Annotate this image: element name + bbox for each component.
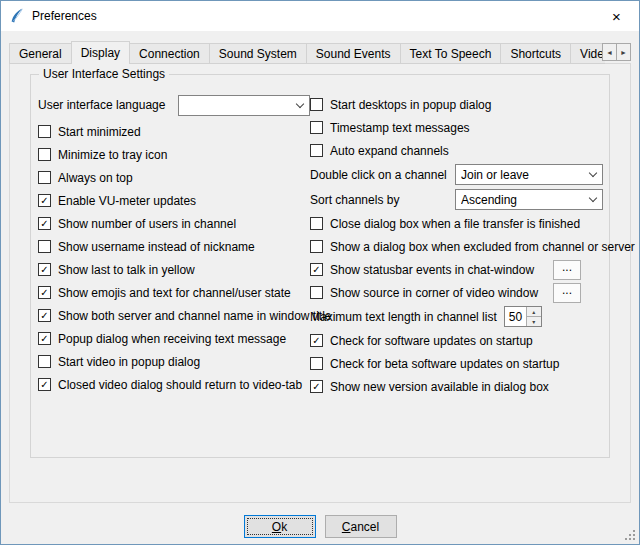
checkbox-checked[interactable]: ✓	[310, 263, 323, 276]
checkbox-row-show-number-of-users-in-channel[interactable]: ✓Show number of users in channel	[38, 212, 310, 235]
checkbox-checked[interactable]: ✓	[38, 263, 51, 276]
checkbox-checked[interactable]: ✓	[38, 332, 51, 345]
checkbox-label: Closed video dialog should return to vid…	[58, 378, 302, 392]
checkbox-label: Show last to talk in yellow	[58, 263, 195, 277]
tab-connection[interactable]: Connection	[129, 43, 210, 64]
language-label: User interface language	[38, 98, 178, 112]
tab-shortcuts[interactable]: Shortcuts	[500, 43, 571, 64]
checkbox-row-show-source-in-corner-of-video-window[interactable]: Show source in corner of video window...	[310, 281, 603, 304]
checkbox-row-close-dialog-box-when-a-file-transfer-is-finished[interactable]: Close dialog box when a file transfer is…	[310, 212, 603, 235]
ui-settings-group: User Interface Settings User interface l…	[30, 74, 610, 458]
app-icon	[9, 8, 25, 24]
checkbox-label: Show number of users in channel	[58, 217, 236, 231]
window-title: Preferences	[32, 9, 97, 23]
checkbox-row-start-minimized[interactable]: Start minimized	[38, 120, 310, 143]
ok-button[interactable]: Ok	[244, 515, 316, 538]
checkbox-row-closed-video-dialog-should-return-to-video-tab[interactable]: ✓Closed video dialog should return to vi…	[38, 373, 310, 396]
tab-video[interactable]: Video	[570, 43, 605, 64]
sort-channels-select-value: Ascending	[461, 193, 517, 207]
dialog-body: GeneralDisplayConnectionSound SystemSoun…	[1, 31, 639, 544]
tab-scroll-control: ◄ ►	[602, 43, 631, 61]
checkbox-row-timestamp-text-messages[interactable]: Timestamp text messages	[310, 116, 603, 139]
tab-label: Sound Events	[316, 47, 391, 61]
checkbox-checked[interactable]: ✓	[38, 378, 51, 391]
checkbox-unchecked[interactable]	[310, 121, 323, 134]
tab-general[interactable]: General	[9, 43, 72, 64]
checkbox-row-check-for-software-updates-on-startup[interactable]: ✓Check for software updates on startup	[310, 329, 603, 352]
checkbox-unchecked[interactable]	[310, 217, 323, 230]
chevron-down-icon	[589, 169, 597, 177]
checkbox-label: Enable VU-meter updates	[58, 194, 196, 208]
checkbox-row-check-for-beta-software-updates-on-startup[interactable]: Check for beta software updates on start…	[310, 352, 603, 375]
sort-channels-select[interactable]: Ascending	[455, 189, 603, 210]
checkbox-row-auto-expand-channels[interactable]: Auto expand channels	[310, 139, 603, 162]
checkbox-row-popup-dialog-when-receiving-text-message[interactable]: ✓Popup dialog when receiving text messag…	[38, 327, 310, 350]
left-column: User interface language Start minimizedM…	[38, 93, 310, 398]
tab-sound-system[interactable]: Sound System	[209, 43, 307, 64]
checkbox-row-show-a-dialog-box-when-excluded-from-channel-or-server[interactable]: Show a dialog box when excluded from cha…	[310, 235, 603, 258]
checkbox-unchecked[interactable]	[38, 148, 51, 161]
checkbox-unchecked[interactable]	[310, 357, 323, 370]
resize-grip[interactable]	[623, 528, 636, 541]
tab-label: Text To Speech	[410, 47, 492, 61]
checkbox-unchecked[interactable]	[310, 98, 323, 111]
checkbox-row-show-username-instead-of-nickname[interactable]: Show username instead of nickname	[38, 235, 310, 258]
checkbox-label: Timestamp text messages	[330, 121, 470, 135]
checkbox-unchecked[interactable]	[310, 286, 323, 299]
checkbox-unchecked[interactable]	[38, 171, 51, 184]
checkbox-checked[interactable]: ✓	[310, 380, 323, 393]
checkbox-checked[interactable]: ✓	[310, 334, 323, 347]
right-column: Start desktops in popup dialogTimestamp …	[310, 93, 603, 398]
double-click-row: Double click on a channel Join or leave	[310, 162, 603, 187]
checkbox-unchecked[interactable]	[38, 125, 51, 138]
checkbox-checked[interactable]: ✓	[38, 309, 51, 322]
max-text-length-label: Maximum text length in channel list	[310, 310, 497, 324]
ok-button-label: Ok	[272, 520, 287, 534]
checkbox-label: Start desktops in popup dialog	[330, 98, 491, 112]
spin-down-button[interactable]: ▾	[527, 317, 541, 326]
checkbox-checked[interactable]: ✓	[38, 286, 51, 299]
language-select[interactable]	[178, 95, 310, 116]
tab-display[interactable]: Display	[71, 41, 130, 64]
max-text-length-spinner[interactable]: 50 ▴ ▾	[504, 306, 542, 327]
checkbox-row-show-new-version-available-in-dialog-box[interactable]: ✓Show new version available in dialog bo…	[310, 375, 603, 398]
checkbox-row-always-on-top[interactable]: Always on top	[38, 166, 310, 189]
tab-label: Shortcuts	[510, 47, 561, 61]
button-row: Ok Cancel	[9, 515, 631, 539]
checkbox-unchecked[interactable]	[310, 144, 323, 157]
checkbox-unchecked[interactable]	[38, 240, 51, 253]
max-text-length-row: Maximum text length in channel list 50 ▴…	[310, 304, 603, 329]
checkbox-row-minimize-to-tray-icon[interactable]: Minimize to tray icon	[38, 143, 310, 166]
right-top-checkbox-list: Start desktops in popup dialogTimestamp …	[310, 93, 603, 162]
checkbox-row-start-desktops-in-popup-dialog[interactable]: Start desktops in popup dialog	[310, 93, 603, 116]
more-options-button[interactable]: ...	[553, 283, 581, 303]
tab-sound-events[interactable]: Sound Events	[306, 43, 401, 64]
tab-scroll-right-button[interactable]: ►	[616, 43, 631, 61]
tab-text-to-speech[interactable]: Text To Speech	[400, 43, 502, 64]
checkbox-label: Check for software updates on startup	[330, 334, 533, 348]
checkbox-checked[interactable]: ✓	[38, 194, 51, 207]
checkbox-row-show-emojis-and-text-for-channel-user-state[interactable]: ✓Show emojis and text for channel/user s…	[38, 281, 310, 304]
spin-up-button[interactable]: ▴	[527, 307, 541, 317]
checkbox-label: Show source in corner of video window	[330, 286, 538, 300]
tab-list: GeneralDisplayConnectionSound SystemSoun…	[9, 40, 605, 64]
more-options-button[interactable]: ...	[553, 260, 581, 280]
preferences-window: Preferences × GeneralDisplayConnectionSo…	[0, 0, 640, 545]
checkbox-row-start-video-in-popup-dialog[interactable]: Start video in popup dialog	[38, 350, 310, 373]
double-click-select[interactable]: Join or leave	[455, 164, 603, 185]
checkbox-label: Always on top	[58, 171, 133, 185]
titlebar: Preferences ×	[1, 1, 639, 31]
tab-scroll-left-button[interactable]: ◄	[602, 43, 617, 61]
close-button[interactable]: ×	[594, 1, 639, 31]
checkbox-row-show-last-to-talk-in-yellow[interactable]: ✓Show last to talk in yellow	[38, 258, 310, 281]
checkbox-unchecked[interactable]	[38, 355, 51, 368]
checkbox-label: Show both server and channel name in win…	[58, 309, 332, 323]
cancel-button[interactable]: Cancel	[325, 515, 397, 538]
tab-label: Connection	[139, 47, 200, 61]
checkbox-row-show-both-server-and-channel-name-in-window-title[interactable]: ✓Show both server and channel name in wi…	[38, 304, 310, 327]
checkbox-label: Show statusbar events in chat-window	[330, 263, 534, 277]
checkbox-unchecked[interactable]	[310, 240, 323, 253]
checkbox-row-show-statusbar-events-in-chat-window[interactable]: ✓Show statusbar events in chat-window...	[310, 258, 603, 281]
checkbox-row-enable-vu-meter-updates[interactable]: ✓Enable VU-meter updates	[38, 189, 310, 212]
checkbox-checked[interactable]: ✓	[38, 217, 51, 230]
